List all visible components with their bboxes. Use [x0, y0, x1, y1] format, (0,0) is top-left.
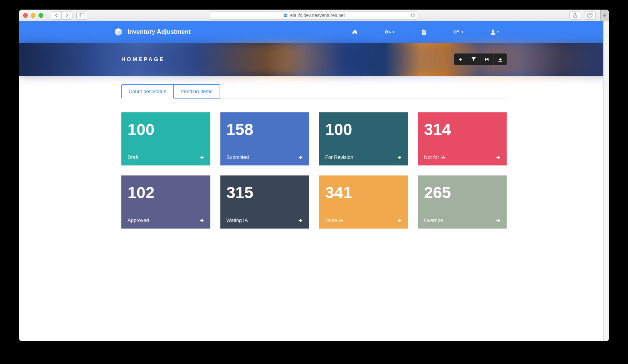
card-count: 100 [325, 119, 402, 140]
globe-icon [283, 13, 288, 18]
tabs-icon [587, 13, 593, 18]
arrow-right-icon [298, 155, 303, 160]
card-count: 315 [227, 182, 303, 204]
app-title: Inventory Adjustment [128, 28, 191, 35]
key-icon [385, 29, 391, 35]
nav-buttons [51, 11, 72, 20]
viewport: Inventory Adjustment ▾ ▾ [19, 21, 609, 341]
card-draft[interactable]: 100 Draft [121, 112, 210, 165]
card-label: Draft [128, 154, 138, 160]
tab-pending-items[interactable]: Pending Items [174, 84, 220, 99]
card-count: 341 [325, 182, 402, 204]
tabs: Count per Status Pending Items [121, 84, 507, 99]
close-window-button[interactable] [23, 13, 28, 18]
svg-point-9 [457, 30, 459, 32]
svg-point-6 [385, 31, 388, 33]
user-icon [490, 29, 495, 35]
card-approved[interactable]: 102 Approved [121, 175, 210, 229]
card-waiting-ia[interactable]: 315 Wating IA [220, 175, 309, 229]
share-icon [573, 13, 578, 18]
minimize-window-button[interactable] [31, 13, 35, 18]
card-count: 314 [424, 119, 501, 140]
arrow-right-icon [397, 155, 402, 160]
card-done-ia[interactable]: 341 Done IA [319, 175, 408, 229]
filter-icon [472, 57, 476, 61]
app-header: Inventory Adjustment ▾ ▾ [19, 21, 609, 43]
tab-count-per-status[interactable]: Count per Status [121, 84, 174, 99]
tab-label: Count per Status [129, 88, 166, 94]
plus-icon: + [603, 12, 606, 19]
svg-rect-0 [79, 13, 84, 17]
browser-right-controls: + [569, 10, 605, 21]
card-count: 102 [128, 182, 204, 204]
sidebar-toggle-button[interactable] [76, 11, 87, 20]
cards-grid: 100 Draft 158 Submitted [121, 112, 507, 229]
download-button[interactable] [494, 53, 507, 65]
nav-document[interactable] [421, 29, 426, 35]
card-count: 158 [227, 119, 303, 140]
svg-rect-11 [486, 58, 487, 59]
back-button[interactable] [51, 11, 62, 20]
chevron-right-icon [65, 13, 69, 17]
card-not-for-ia[interactable]: 314 Not for IA [418, 112, 507, 165]
tabs-button[interactable] [584, 11, 596, 20]
cube-icon [114, 27, 123, 37]
svg-point-8 [455, 32, 455, 32]
arrow-right-icon [496, 218, 500, 223]
save-button[interactable] [480, 53, 494, 65]
browser-window: eia.jfc.dev.nesventures.net + [19, 10, 609, 341]
download-icon [498, 57, 502, 62]
card-override[interactable]: 265 Override [418, 175, 507, 229]
home-icon [352, 29, 358, 35]
header-nav: ▾ ▾ ▾ [352, 29, 499, 35]
plus-icon [459, 57, 463, 61]
url-text: eia.jfc.dev.nesventures.net [290, 13, 345, 18]
nav-keys[interactable]: ▾ [385, 29, 395, 35]
browser-chrome: eia.jfc.dev.nesventures.net + [19, 10, 609, 21]
banner: HOMEPAGE [19, 43, 609, 76]
svg-rect-12 [486, 60, 488, 61]
refresh-icon [411, 13, 415, 18]
card-count: 100 [128, 119, 204, 140]
card-label: For Revision [325, 154, 353, 160]
chevron-down-icon: ▾ [393, 30, 395, 34]
scrollbar[interactable] [603, 21, 609, 341]
arrow-right-icon [298, 218, 303, 223]
nav-user[interactable]: ▾ [490, 29, 499, 35]
tab-label: Pending Items [181, 88, 213, 94]
svg-rect-5 [588, 14, 591, 17]
svg-point-10 [492, 30, 494, 32]
refresh-button[interactable] [411, 13, 415, 18]
nav-settings[interactable]: ▾ [453, 29, 463, 35]
page-title: HOMEPAGE [121, 56, 165, 62]
card-label: Done IA [325, 217, 343, 223]
arrow-right-icon [200, 218, 204, 223]
card-label: Not for IA [424, 154, 445, 160]
card-label: Override [424, 217, 443, 223]
chevron-left-icon [55, 13, 58, 17]
url-bar[interactable]: eia.jfc.dev.nesventures.net [210, 11, 418, 20]
save-icon [485, 57, 489, 62]
logo-area[interactable]: Inventory Adjustment [114, 27, 191, 37]
filter-button[interactable] [467, 53, 480, 65]
card-label: Wating IA [227, 217, 248, 223]
share-button[interactable] [569, 11, 581, 20]
add-button[interactable] [454, 53, 467, 65]
card-label: Approved [128, 217, 149, 223]
nav-home[interactable] [352, 29, 358, 35]
new-tab-button[interactable]: + [600, 10, 609, 21]
arrow-right-icon [496, 155, 500, 160]
card-label: Submitted [227, 154, 249, 160]
card-for-revision[interactable]: 100 For Revision [319, 112, 408, 165]
arrow-right-icon [200, 155, 204, 160]
card-count: 265 [424, 182, 501, 204]
content: Count per Status Pending Items 100 Draft [118, 76, 510, 237]
card-submitted[interactable]: 158 Submitted [220, 112, 309, 165]
document-icon [421, 29, 426, 35]
chevron-down-icon: ▾ [497, 30, 499, 34]
banner-actions [454, 53, 507, 65]
window-controls [23, 13, 43, 18]
forward-button[interactable] [62, 11, 72, 20]
arrow-right-icon [397, 218, 402, 223]
maximize-window-button[interactable] [39, 13, 43, 18]
